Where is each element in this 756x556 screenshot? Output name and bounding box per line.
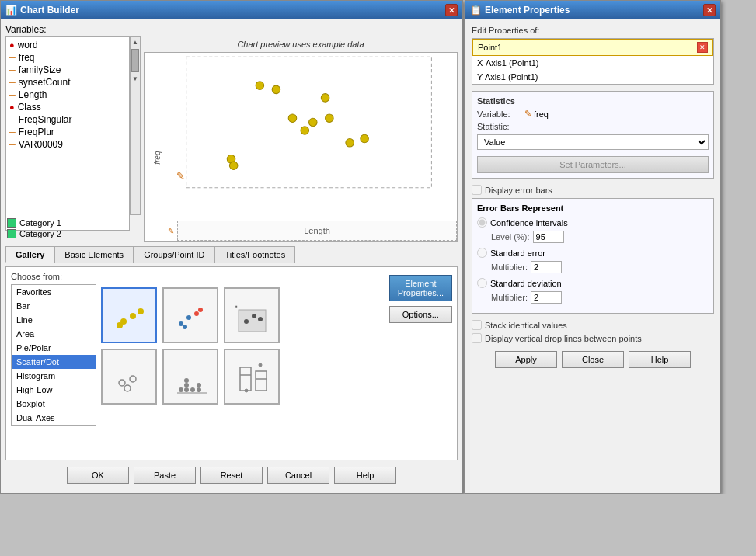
svg-point-19 bbox=[194, 311, 199, 316]
svg-point-17 bbox=[179, 321, 183, 326]
ep-icon: 📋 bbox=[470, 5, 482, 16]
chart-type-dualaxes[interactable]: Dual Axes bbox=[12, 411, 96, 425]
y-axis-label: freq bbox=[153, 151, 162, 165]
gallery-panel: Choose from: Favorites Bar Line Area Pie… bbox=[5, 266, 458, 460]
var-freqplur[interactable]: ─ FreqPlur bbox=[8, 126, 127, 138]
chart-types-list[interactable]: Favorites Bar Line Area Pie/Polar Scatte… bbox=[11, 284, 96, 426]
stack-identical-label: Stack identical values bbox=[485, 321, 567, 330]
var-name-familysize: familySize bbox=[19, 64, 61, 75]
confidence-intervals-radio[interactable] bbox=[477, 217, 487, 228]
thumb-dot-scatter[interactable] bbox=[101, 349, 157, 405]
var-familysize[interactable]: ─ familySize bbox=[8, 64, 127, 76]
svg-point-15 bbox=[138, 308, 144, 314]
scroll-thumb[interactable] bbox=[131, 49, 139, 72]
confidence-intervals-row: Confidence intervals bbox=[477, 217, 709, 228]
chart-type-highlow[interactable]: High-Low bbox=[12, 383, 96, 397]
var-icon-scale6: ─ bbox=[9, 127, 16, 137]
tab-gallery[interactable]: Gallery bbox=[5, 246, 54, 263]
reset-button[interactable]: Reset bbox=[200, 467, 263, 484]
ep-close-button[interactable]: ✕ bbox=[703, 4, 716, 16]
options-button[interactable]: Options... bbox=[389, 306, 452, 323]
var-class[interactable]: ● Class bbox=[8, 101, 127, 113]
ep-item-xaxis1[interactable]: X-Axis1 (Point1) bbox=[472, 56, 713, 70]
category-2-color bbox=[7, 229, 16, 238]
chart-type-scatterdot[interactable]: Scatter/Dot bbox=[12, 355, 96, 369]
ep-item-yaxis1[interactable]: Y-Axis1 (Point1) bbox=[472, 70, 713, 84]
thumb-dot-plot[interactable] bbox=[162, 349, 218, 405]
svg-point-8 bbox=[346, 139, 354, 148]
apply-button[interactable]: Apply bbox=[495, 351, 557, 368]
confidence-intervals-label: Confidence intervals bbox=[490, 218, 568, 228]
element-properties-button[interactable]: ElementProperties... bbox=[389, 275, 452, 301]
variables-list[interactable]: ● word ─ freq ─ familySize ─ bbox=[5, 36, 130, 231]
cancel-button[interactable]: Cancel bbox=[267, 467, 329, 484]
chart-builder-titlebar: 📊 Chart Builder ✕ bbox=[1, 1, 462, 19]
ep-properties-listbox[interactable]: Point1 ✕ X-Axis1 (Point1) Y-Axis1 (Point… bbox=[472, 38, 714, 85]
chart-builder-close-button[interactable]: ✕ bbox=[445, 4, 458, 16]
chart-type-piepolar[interactable]: Pie/Polar bbox=[12, 341, 96, 355]
var-length[interactable]: ─ Length bbox=[8, 89, 127, 101]
drop-lines-label: Display vertical drop lines between poin… bbox=[485, 334, 642, 343]
var-name-freq: freq bbox=[19, 52, 35, 63]
chart-type-line[interactable]: Line bbox=[12, 313, 96, 327]
chart-builder-title: Chart Builder bbox=[20, 5, 79, 16]
thumb-3d-scatter[interactable]: ▪ bbox=[224, 287, 280, 343]
scroll-up-arrow[interactable]: ▲ bbox=[131, 37, 140, 47]
scroll-down-arrow[interactable]: ▼ bbox=[131, 74, 140, 84]
chart-type-favorites[interactable]: Favorites bbox=[12, 285, 96, 299]
bottom-buttons: OK Paste Reset Cancel Help bbox=[5, 460, 458, 488]
x-axis-label: Length bbox=[304, 226, 330, 235]
svg-text:✎: ✎ bbox=[176, 171, 185, 182]
chart-type-boxplot[interactable]: Boxplot bbox=[12, 397, 96, 411]
svg-point-18 bbox=[186, 315, 191, 320]
set-parameters-button[interactable]: Set Parameters... bbox=[477, 156, 709, 173]
svg-point-1 bbox=[256, 82, 264, 90]
ep-item-close-icon[interactable]: ✕ bbox=[697, 42, 708, 53]
multiplier1-input[interactable] bbox=[531, 261, 562, 273]
svg-point-7 bbox=[301, 127, 309, 135]
thumb-simple-scatter[interactable] bbox=[101, 287, 157, 343]
choose-from-label: Choose from: bbox=[11, 272, 96, 281]
statistic-select[interactable]: Value Mean Median Sum Count bbox=[477, 134, 709, 150]
var-synsetcount[interactable]: ─ synsetCount bbox=[8, 76, 127, 89]
thumb-boxplot-scatter[interactable] bbox=[224, 349, 280, 405]
multiplier2-input[interactable] bbox=[531, 291, 562, 304]
ep-help-button[interactable]: Help bbox=[629, 351, 691, 368]
pencil-icon: ✎ bbox=[524, 109, 531, 119]
svg-point-21 bbox=[183, 325, 187, 329]
standard-error-row: Standard error bbox=[477, 248, 709, 258]
var-name-freqplur: FreqPlur bbox=[19, 127, 54, 137]
paste-button[interactable]: Paste bbox=[134, 467, 196, 484]
var-var00009[interactable]: ─ VAR00009 bbox=[8, 138, 127, 151]
svg-point-9 bbox=[361, 134, 369, 143]
ok-button[interactable]: OK bbox=[67, 467, 129, 484]
standard-deviation-radio[interactable] bbox=[477, 278, 487, 288]
level-input[interactable] bbox=[533, 231, 564, 243]
help-button[interactable]: Help bbox=[334, 467, 396, 484]
category-1-color bbox=[7, 218, 16, 228]
vars-scrollbar[interactable]: ▲ ▼ bbox=[130, 36, 141, 215]
tab-titles-footnotes[interactable]: Titles/Footnotes bbox=[214, 246, 295, 263]
var-icon-scale: ─ bbox=[9, 53, 16, 62]
error-bars-title: Error Bars Represent bbox=[477, 203, 709, 213]
chart-type-bar[interactable]: Bar bbox=[12, 299, 96, 313]
var-freqsingular[interactable]: ─ FreqSingular bbox=[8, 113, 127, 126]
close-button[interactable]: Close bbox=[562, 351, 624, 368]
var-word[interactable]: ● word bbox=[8, 39, 127, 51]
category-2-label: Category 2 bbox=[19, 229, 61, 238]
drop-lines-checkbox[interactable] bbox=[472, 333, 482, 343]
var-freq[interactable]: ─ freq bbox=[8, 51, 127, 64]
svg-point-6 bbox=[326, 114, 334, 123]
tab-basic-elements[interactable]: Basic Elements bbox=[54, 246, 134, 263]
tab-groups-point-id[interactable]: Groups/Point ID bbox=[134, 246, 214, 263]
ep-item-point1[interactable]: Point1 ✕ bbox=[472, 39, 713, 56]
svg-point-23 bbox=[244, 319, 249, 324]
ep-item-point1-label: Point1 bbox=[478, 43, 502, 52]
standard-error-radio[interactable] bbox=[477, 248, 487, 258]
stack-identical-checkbox[interactable] bbox=[472, 320, 482, 330]
display-error-bars-checkbox[interactable] bbox=[472, 185, 482, 195]
svg-point-29 bbox=[124, 385, 131, 391]
thumb-overlay-scatter[interactable] bbox=[162, 287, 218, 343]
chart-type-area[interactable]: Area bbox=[12, 327, 96, 341]
chart-type-histogram[interactable]: Histogram bbox=[12, 369, 96, 383]
